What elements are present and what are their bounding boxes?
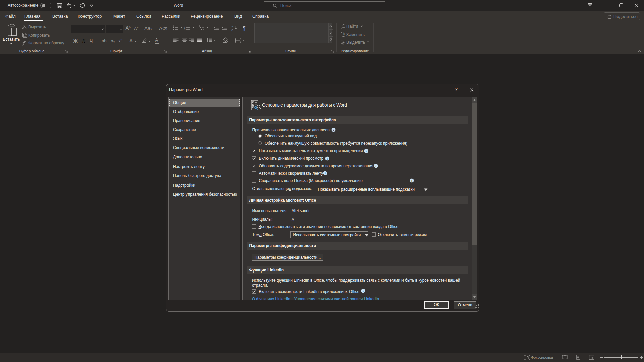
svg-text:c: c xyxy=(341,34,342,37)
svg-text:Я: Я xyxy=(231,28,233,31)
svg-text:А: А xyxy=(231,25,233,28)
svg-text:3: 3 xyxy=(184,28,185,30)
svg-text:b: b xyxy=(343,32,345,35)
